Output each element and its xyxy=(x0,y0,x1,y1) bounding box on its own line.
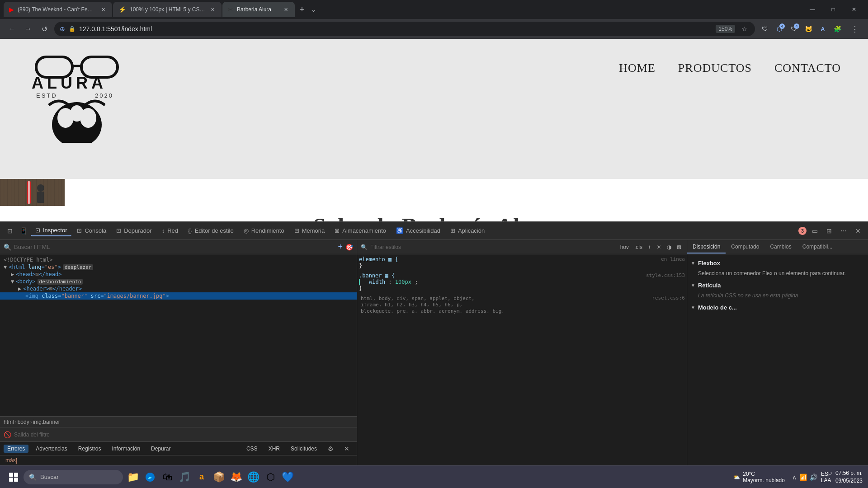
svg-text:ALURA: ALURA xyxy=(32,74,107,92)
right-tab-computed[interactable]: Computado xyxy=(726,241,764,253)
tab-youtube-close[interactable]: ✕ xyxy=(99,6,107,13)
bookmark-icon[interactable]: ☆ xyxy=(739,23,750,34)
tray-language[interactable]: ESP LAA xyxy=(821,471,832,483)
nav-productos[interactable]: PRODUCTOS xyxy=(678,61,752,75)
css-source-1: en línea xyxy=(661,256,685,262)
devtools-tab-accessibility[interactable]: ♿ Accesibilidad xyxy=(392,225,445,236)
taskbar-vscode[interactable]: 💙 xyxy=(279,469,296,485)
html-line-head[interactable]: ▶ <head> ⊠ </head> xyxy=(0,271,357,278)
console-btn-requests[interactable]: Solicitudes xyxy=(287,445,321,453)
devtools-tab-style-editor[interactable]: {} Editor de estilo xyxy=(184,225,238,236)
console-btn-debug[interactable]: Depurar xyxy=(147,445,174,453)
html-line-img-banner[interactable]: <img class="banner" src="images/banner.j… xyxy=(0,292,357,300)
css-light-btn[interactable]: ☀ xyxy=(655,243,663,251)
shield-ext-icon[interactable]: 🛡 xyxy=(759,23,771,35)
html-pick-button[interactable]: 🎯 xyxy=(345,244,353,251)
taskbar-store[interactable]: 🛍 xyxy=(159,469,175,485)
html-line-body[interactable]: ▼ <body> desbordamiento xyxy=(0,278,357,285)
refresh-button[interactable]: ↺ xyxy=(38,23,51,35)
weather-widget[interactable]: ⛅ 20°C Mayorm. nublado xyxy=(730,471,788,483)
tray-network-icon[interactable]: 📶 xyxy=(799,474,807,481)
reticula-section-title[interactable]: ▼ Retícula xyxy=(691,280,864,291)
new-tab-button[interactable]: + xyxy=(296,3,308,16)
tab-youtube[interactable]: ▶ (890) The Weeknd - Can't Feel ... ✕ xyxy=(4,2,112,17)
filter-bar: 🚫 Salida del filtro xyxy=(0,427,357,441)
console-close-icon[interactable]: ✕ xyxy=(340,442,353,455)
back-button[interactable]: ← xyxy=(5,23,18,35)
taskbar-edge[interactable] xyxy=(142,469,158,485)
filter-icon: 🚫 xyxy=(4,431,11,438)
devtools-tab-application[interactable]: ⊞ Aplicación xyxy=(446,225,489,236)
console-btn-css[interactable]: CSS xyxy=(243,445,261,453)
taskbar-sketch[interactable]: ⬡ xyxy=(262,469,278,485)
console-btn-info[interactable]: Información xyxy=(108,445,144,453)
html-line-html[interactable]: ▼ <html lang="es"> desplazar xyxy=(0,263,357,271)
extensions-menu[interactable]: 🧩 xyxy=(831,23,844,35)
tray-volume-icon[interactable]: 🔊 xyxy=(810,474,817,481)
tray-chevron-icon[interactable]: ∧ xyxy=(792,474,797,481)
extension-icon-4[interactable]: A xyxy=(816,23,829,35)
extension-icon-3[interactable]: 🐱 xyxy=(802,23,815,35)
nav-contacto[interactable]: CONTACTO xyxy=(774,61,841,75)
html-line-doctype[interactable]: <!DOCTYPE html> xyxy=(0,256,357,263)
start-button[interactable] xyxy=(5,469,22,485)
address-input-wrapper[interactable]: ⊕ 🔒 127.0.0.1:5501/index.html 150% ☆ xyxy=(54,22,755,36)
breadcrumb-body[interactable]: body xyxy=(18,419,29,425)
flexbox-arrow: ▼ xyxy=(691,261,695,266)
close-button[interactable]: ✕ xyxy=(844,0,864,19)
html-line-header[interactable]: ▶ <header> ⊠ </header> xyxy=(0,285,357,292)
taskbar-dropbox[interactable]: 📦 xyxy=(211,469,227,485)
devtools-layout-toggle[interactable]: ▭ xyxy=(808,225,821,237)
tab-dropdown-button[interactable]: ⌄ xyxy=(309,4,318,15)
right-tab-changes[interactable]: Cambios xyxy=(764,241,797,253)
extension-icon-1[interactable]: ⬡ 4 xyxy=(773,23,786,35)
taskbar-music[interactable]: 🎵 xyxy=(176,469,193,485)
browser-menu-button[interactable]: ⋮ xyxy=(847,22,863,36)
right-tab-compat[interactable]: Compatibil... xyxy=(797,241,838,253)
taskbar-firefox[interactable]: 🦊 xyxy=(228,469,244,485)
breadcrumb-html[interactable]: html xyxy=(4,419,14,425)
taskbar-amazon[interactable]: a xyxy=(193,469,210,485)
devtools-pick-element[interactable]: ⊡ xyxy=(4,225,16,237)
devtools-tab-console[interactable]: ⊡ Consola xyxy=(72,225,111,236)
css-cls-btn[interactable]: .cls xyxy=(632,243,644,251)
tab-barberia-close[interactable]: ✕ xyxy=(282,6,289,13)
console-settings-icon[interactable]: ⚙ xyxy=(324,442,337,455)
tray-clock[interactable]: 07:56 p. m. 09/05/2023 xyxy=(835,469,863,485)
devtools-tab-inspector[interactable]: ⊡ Inspector xyxy=(31,225,71,236)
devtools-mobile-toggle[interactable]: 📱 xyxy=(17,225,30,237)
devtools-tab-performance[interactable]: ◎ Rendimiento xyxy=(239,225,289,236)
css-add-btn[interactable]: + xyxy=(646,243,653,251)
devtools-close[interactable]: ✕ xyxy=(852,225,864,237)
right-tab-disposition[interactable]: Disposición xyxy=(687,241,726,253)
console-btn-warnings[interactable]: Advertencias xyxy=(32,445,71,453)
modelo-section-title[interactable]: ▼ Modelo de c... xyxy=(691,302,864,313)
taskbar-search[interactable]: 🔍 Buscar xyxy=(24,470,123,484)
tab-html5css3[interactable]: ⚡ 100% y 100px | HTML5 y CSS3 ✕ xyxy=(113,2,222,17)
maximize-button[interactable]: □ xyxy=(823,0,844,19)
minimize-button[interactable]: — xyxy=(802,0,823,19)
breadcrumb-img[interactable]: img.banner xyxy=(33,419,60,425)
tab-barberia[interactable]: ✂ Barberia Alura ✕ xyxy=(222,2,295,17)
devtools-responsive-toggle[interactable]: ⊞ xyxy=(823,225,835,237)
forward-button[interactable]: → xyxy=(22,23,34,35)
devtools-tab-memory[interactable]: ⊟ Memoria xyxy=(290,225,330,236)
extension-icon-2[interactable]: 🛡 4 xyxy=(788,23,800,35)
devtools-tab-debugger[interactable]: ⊡ Depurador xyxy=(112,225,156,236)
tab-html5-close[interactable]: ✕ xyxy=(209,6,216,13)
css-screenshot-btn[interactable]: ⊠ xyxy=(675,243,683,251)
taskbar-file-explorer[interactable]: 📁 xyxy=(125,469,141,485)
html-search-placeholder: Buscar HTML xyxy=(14,244,335,250)
console-btn-xhr[interactable]: XHR xyxy=(265,445,283,453)
flexbox-section-title[interactable]: ▼ Flexbox xyxy=(691,258,864,268)
html-add-node-button[interactable]: + xyxy=(338,242,343,252)
console-btn-errors[interactable]: Errores xyxy=(4,445,28,453)
css-dark-btn[interactable]: ◑ xyxy=(665,243,673,251)
devtools-tab-storage[interactable]: ⊠ Almacenamiento xyxy=(330,225,391,236)
taskbar-app-7[interactable]: 🌐 xyxy=(245,469,261,485)
nav-home[interactable]: HOME xyxy=(619,61,656,75)
devtools-tab-network[interactable]: ↕ Red xyxy=(157,225,183,236)
css-hover-btn[interactable]: hov xyxy=(618,243,631,251)
console-btn-logs[interactable]: Registros xyxy=(75,445,105,453)
devtools-more-tools[interactable]: ⋯ xyxy=(837,225,850,237)
